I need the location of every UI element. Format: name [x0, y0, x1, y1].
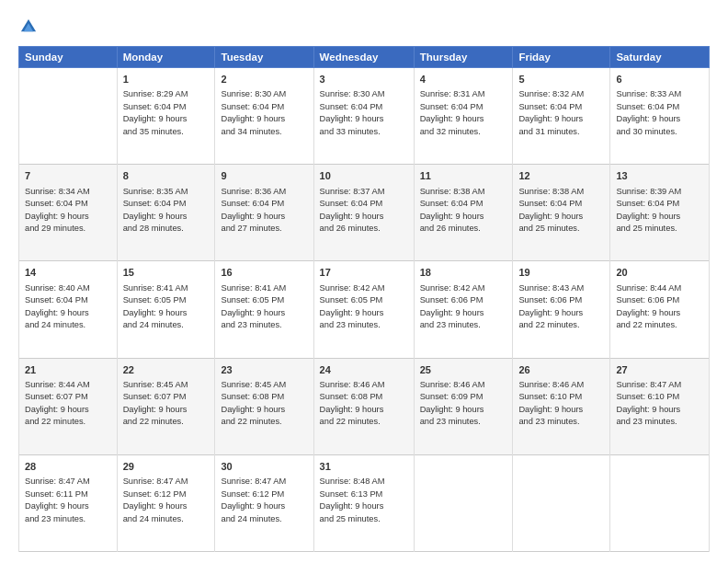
calendar-cell: 23Sunrise: 8:45 AM Sunset: 6:08 PM Dayli… [215, 358, 313, 454]
cell-info: Sunrise: 8:38 AM Sunset: 6:04 PM Dayligh… [518, 186, 604, 236]
calendar-header: SundayMondayTuesdayWednesdayThursdayFrid… [19, 47, 710, 68]
calendar-cell [414, 454, 513, 551]
day-number: 2 [221, 73, 307, 86]
day-number: 4 [420, 73, 507, 86]
calendar-cell: 5Sunrise: 8:32 AM Sunset: 6:04 PM Daylig… [513, 68, 610, 165]
calendar-cell: 8Sunrise: 8:35 AM Sunset: 6:04 PM Daylig… [117, 165, 215, 261]
cell-info: Sunrise: 8:46 AM Sunset: 6:09 PM Dayligh… [420, 379, 507, 429]
day-number: 31 [320, 460, 408, 474]
calendar-cell: 13Sunrise: 8:39 AM Sunset: 6:04 PM Dayli… [610, 165, 710, 261]
calendar-cell: 29Sunrise: 8:47 AM Sunset: 6:12 PM Dayli… [117, 454, 215, 551]
cell-info: Sunrise: 8:34 AM Sunset: 6:04 PM Dayligh… [25, 186, 111, 236]
header [18, 17, 710, 37]
day-number: 29 [123, 460, 210, 474]
day-number: 12 [518, 169, 604, 183]
calendar-cell: 22Sunrise: 8:45 AM Sunset: 6:07 PM Dayli… [117, 358, 215, 454]
cell-info: Sunrise: 8:41 AM Sunset: 6:05 PM Dayligh… [221, 282, 307, 332]
header-cell-saturday: Saturday [610, 47, 710, 68]
cell-info: Sunrise: 8:39 AM Sunset: 6:04 PM Dayligh… [616, 186, 703, 236]
day-number: 16 [221, 266, 307, 280]
calendar-cell: 28Sunrise: 8:47 AM Sunset: 6:11 PM Dayli… [19, 454, 118, 551]
day-number: 25 [420, 363, 507, 377]
cell-info: Sunrise: 8:47 AM Sunset: 6:11 PM Dayligh… [25, 476, 111, 525]
calendar-cell [610, 454, 710, 551]
day-number: 20 [616, 266, 703, 280]
calendar-cell: 26Sunrise: 8:46 AM Sunset: 6:10 PM Dayli… [513, 358, 610, 454]
calendar-cell: 21Sunrise: 8:44 AM Sunset: 6:07 PM Dayli… [19, 358, 118, 454]
week-row-2: 14Sunrise: 8:40 AM Sunset: 6:04 PM Dayli… [19, 261, 710, 358]
calendar-cell: 14Sunrise: 8:40 AM Sunset: 6:04 PM Dayli… [19, 261, 118, 358]
day-number: 8 [123, 169, 210, 183]
day-number: 28 [25, 460, 111, 474]
calendar-cell: 6Sunrise: 8:33 AM Sunset: 6:04 PM Daylig… [610, 68, 710, 165]
cell-info: Sunrise: 8:32 AM Sunset: 6:04 PM Dayligh… [518, 88, 604, 138]
day-number: 27 [616, 363, 703, 377]
week-row-1: 7Sunrise: 8:34 AM Sunset: 6:04 PM Daylig… [19, 165, 710, 261]
header-row: SundayMondayTuesdayWednesdayThursdayFrid… [19, 47, 710, 68]
header-cell-tuesday: Tuesday [215, 47, 313, 68]
calendar-cell [19, 68, 118, 165]
cell-info: Sunrise: 8:47 AM Sunset: 6:10 PM Dayligh… [616, 379, 703, 429]
cell-info: Sunrise: 8:36 AM Sunset: 6:04 PM Dayligh… [221, 186, 307, 236]
calendar-cell: 9Sunrise: 8:36 AM Sunset: 6:04 PM Daylig… [215, 165, 313, 261]
calendar-cell: 2Sunrise: 8:30 AM Sunset: 6:04 PM Daylig… [215, 68, 313, 165]
week-row-0: 1Sunrise: 8:29 AM Sunset: 6:04 PM Daylig… [19, 68, 710, 165]
cell-info: Sunrise: 8:48 AM Sunset: 6:13 PM Dayligh… [320, 476, 408, 525]
cell-info: Sunrise: 8:45 AM Sunset: 6:07 PM Dayligh… [123, 379, 210, 429]
cell-info: Sunrise: 8:41 AM Sunset: 6:05 PM Dayligh… [123, 282, 210, 332]
day-number: 26 [518, 363, 604, 377]
day-number: 13 [616, 169, 703, 183]
day-number: 30 [221, 460, 307, 474]
calendar-cell: 19Sunrise: 8:43 AM Sunset: 6:06 PM Dayli… [513, 261, 610, 358]
cell-info: Sunrise: 8:30 AM Sunset: 6:04 PM Dayligh… [320, 88, 408, 138]
day-number: 18 [420, 266, 507, 280]
header-cell-friday: Friday [513, 47, 610, 68]
day-number: 14 [25, 266, 111, 280]
calendar-cell: 18Sunrise: 8:42 AM Sunset: 6:06 PM Dayli… [414, 261, 513, 358]
cell-info: Sunrise: 8:44 AM Sunset: 6:06 PM Dayligh… [616, 282, 703, 332]
day-number: 21 [25, 363, 111, 377]
day-number: 22 [123, 363, 210, 377]
calendar-cell: 3Sunrise: 8:30 AM Sunset: 6:04 PM Daylig… [313, 68, 414, 165]
calendar-cell: 20Sunrise: 8:44 AM Sunset: 6:06 PM Dayli… [610, 261, 710, 358]
day-number: 24 [320, 363, 408, 377]
calendar-body: 1Sunrise: 8:29 AM Sunset: 6:04 PM Daylig… [19, 68, 710, 552]
cell-info: Sunrise: 8:30 AM Sunset: 6:04 PM Dayligh… [221, 88, 307, 138]
day-number: 23 [221, 363, 307, 377]
day-number: 9 [221, 169, 307, 183]
cell-info: Sunrise: 8:42 AM Sunset: 6:06 PM Dayligh… [420, 282, 507, 332]
header-cell-sunday: Sunday [19, 47, 118, 68]
day-number: 11 [420, 169, 507, 183]
calendar-cell: 1Sunrise: 8:29 AM Sunset: 6:04 PM Daylig… [117, 68, 215, 165]
cell-info: Sunrise: 8:45 AM Sunset: 6:08 PM Dayligh… [221, 379, 307, 429]
cell-info: Sunrise: 8:43 AM Sunset: 6:06 PM Dayligh… [518, 282, 604, 332]
calendar-cell: 11Sunrise: 8:38 AM Sunset: 6:04 PM Dayli… [414, 165, 513, 261]
cell-info: Sunrise: 8:31 AM Sunset: 6:04 PM Dayligh… [420, 88, 507, 138]
calendar-cell: 17Sunrise: 8:42 AM Sunset: 6:05 PM Dayli… [313, 261, 414, 358]
cell-info: Sunrise: 8:44 AM Sunset: 6:07 PM Dayligh… [25, 379, 111, 429]
cell-info: Sunrise: 8:47 AM Sunset: 6:12 PM Dayligh… [123, 476, 210, 525]
cell-info: Sunrise: 8:46 AM Sunset: 6:10 PM Dayligh… [518, 379, 604, 429]
day-number: 1 [123, 73, 210, 86]
day-number: 6 [616, 73, 703, 86]
day-number: 5 [518, 73, 604, 86]
cell-info: Sunrise: 8:42 AM Sunset: 6:05 PM Dayligh… [320, 282, 408, 332]
calendar-cell: 10Sunrise: 8:37 AM Sunset: 6:04 PM Dayli… [313, 165, 414, 261]
header-cell-wednesday: Wednesday [313, 47, 414, 68]
cell-info: Sunrise: 8:38 AM Sunset: 6:04 PM Dayligh… [420, 186, 507, 236]
calendar-cell: 24Sunrise: 8:46 AM Sunset: 6:08 PM Dayli… [313, 358, 414, 454]
calendar-cell: 30Sunrise: 8:47 AM Sunset: 6:12 PM Dayli… [215, 454, 313, 551]
calendar-cell: 12Sunrise: 8:38 AM Sunset: 6:04 PM Dayli… [513, 165, 610, 261]
calendar-cell: 27Sunrise: 8:47 AM Sunset: 6:10 PM Dayli… [610, 358, 710, 454]
day-number: 3 [320, 73, 408, 86]
week-row-4: 28Sunrise: 8:47 AM Sunset: 6:11 PM Dayli… [19, 454, 710, 551]
day-number: 7 [25, 169, 111, 183]
logo-icon [18, 17, 39, 37]
header-cell-thursday: Thursday [414, 47, 513, 68]
calendar-cell [513, 454, 610, 551]
cell-info: Sunrise: 8:37 AM Sunset: 6:04 PM Dayligh… [320, 186, 408, 236]
cell-info: Sunrise: 8:29 AM Sunset: 6:04 PM Dayligh… [123, 88, 210, 138]
calendar-table: SundayMondayTuesdayWednesdayThursdayFrid… [18, 46, 710, 552]
calendar-cell: 25Sunrise: 8:46 AM Sunset: 6:09 PM Dayli… [414, 358, 513, 454]
page: SundayMondayTuesdayWednesdayThursdayFrid… [0, 0, 728, 563]
